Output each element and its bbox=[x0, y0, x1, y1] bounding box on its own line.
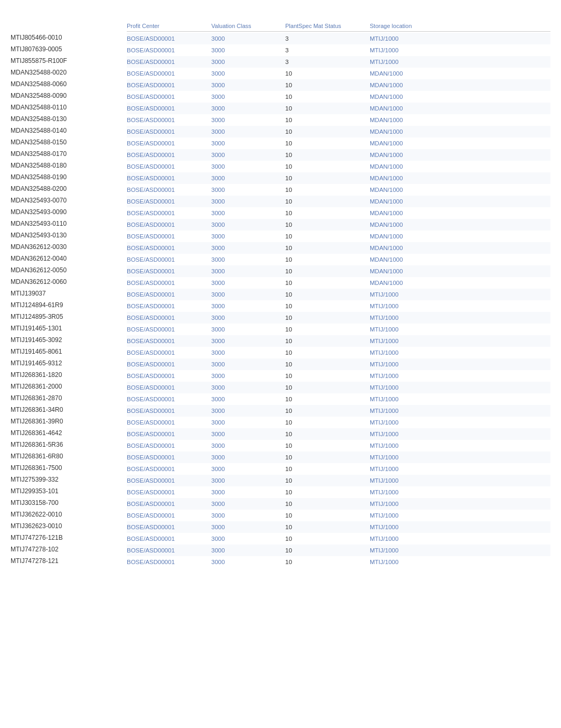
cell-storage: MTIJ/1000 bbox=[370, 501, 449, 507]
cell-valuation-class: 3000 bbox=[211, 82, 285, 88]
cell-valuation-class: 3000 bbox=[211, 338, 285, 344]
cell-profit-center: BOSE/ASD00001 bbox=[127, 152, 211, 158]
cell-profit-center: BOSE/ASD00001 bbox=[127, 396, 211, 402]
row-label: MTIJ805466-0010 bbox=[11, 32, 127, 43]
cell-valuation-class: 3000 bbox=[211, 396, 285, 402]
cell-valuation-class: 3000 bbox=[211, 70, 285, 77]
cell-plantspec: 10 bbox=[285, 373, 370, 379]
row-label: MDAN362612-0050 bbox=[11, 264, 127, 276]
table-row: BOSE/ASD00001300010MTIJ/1000 bbox=[127, 486, 550, 498]
table-row: BOSE/ASD00001300010MDAN/1000 bbox=[127, 79, 550, 91]
cell-profit-center: BOSE/ASD00001 bbox=[127, 338, 211, 344]
cell-storage: MTIJ/1000 bbox=[370, 489, 449, 495]
cell-profit-center: BOSE/ASD00001 bbox=[127, 35, 211, 42]
cell-storage: MTIJ/1000 bbox=[370, 431, 449, 437]
cell-profit-center: BOSE/ASD00001 bbox=[127, 349, 211, 356]
cell-storage: MTIJ/1000 bbox=[370, 466, 449, 472]
row-label: MDAN325488-0180 bbox=[11, 160, 127, 171]
cell-plantspec: 10 bbox=[285, 245, 370, 251]
cell-storage: MTIJ/1000 bbox=[370, 524, 449, 530]
cell-storage: MTIJ/1000 bbox=[370, 443, 449, 449]
cell-valuation-class: 3000 bbox=[211, 268, 285, 274]
cell-valuation-class: 3000 bbox=[211, 47, 285, 53]
table-row: BOSE/ASD00001300010MTIJ/1000 bbox=[127, 440, 550, 451]
cell-valuation-class: 3000 bbox=[211, 128, 285, 135]
cell-plantspec: 10 bbox=[285, 222, 370, 228]
row-label: MTIJ747276-121B bbox=[11, 532, 127, 543]
cell-profit-center: BOSE/ASD00001 bbox=[127, 419, 211, 426]
row-label: MTIJ747278-102 bbox=[11, 543, 127, 555]
table-row: BOSE/ASD0000130003MTIJ/1000 bbox=[127, 44, 550, 56]
cell-storage: MTIJ/1000 bbox=[370, 349, 449, 356]
cell-profit-center: BOSE/ASD00001 bbox=[127, 47, 211, 53]
row-label: MDAN325488-0200 bbox=[11, 183, 127, 195]
table-row: BOSE/ASD00001300010MTIJ/1000 bbox=[127, 521, 550, 533]
cell-plantspec: 10 bbox=[285, 291, 370, 298]
cell-plantspec: 10 bbox=[285, 268, 370, 274]
cell-storage: MDAN/1000 bbox=[370, 140, 449, 146]
table-row: BOSE/ASD00001300010MDAN/1000 bbox=[127, 172, 550, 184]
cell-profit-center: BOSE/ASD00001 bbox=[127, 187, 211, 193]
table-row: BOSE/ASD00001300010MTIJ/1000 bbox=[127, 300, 550, 312]
cell-valuation-class: 3000 bbox=[211, 501, 285, 507]
cell-valuation-class: 3000 bbox=[211, 466, 285, 472]
col-header-plantspec: PlantSpec Mat Status bbox=[285, 23, 370, 31]
cell-plantspec: 10 bbox=[285, 163, 370, 170]
cell-storage: MTIJ/1000 bbox=[370, 477, 449, 484]
cell-profit-center: BOSE/ASD00001 bbox=[127, 128, 211, 135]
table-row: BOSE/ASD00001300010MDAN/1000 bbox=[127, 254, 550, 265]
cell-storage: MDAN/1000 bbox=[370, 187, 449, 193]
table-row: BOSE/ASD00001300010MDAN/1000 bbox=[127, 219, 550, 231]
cell-storage: MDAN/1000 bbox=[370, 105, 449, 112]
cell-profit-center: BOSE/ASD00001 bbox=[127, 303, 211, 309]
table-row: BOSE/ASD00001300010MTIJ/1000 bbox=[127, 335, 550, 347]
cell-profit-center: BOSE/ASD00001 bbox=[127, 524, 211, 530]
cell-valuation-class: 3000 bbox=[211, 198, 285, 205]
data-rows-container: BOSE/ASD0000130003MTIJ/1000BOSE/ASD00001… bbox=[127, 33, 550, 568]
cell-storage: MDAN/1000 bbox=[370, 256, 449, 263]
cell-storage: MDAN/1000 bbox=[370, 222, 449, 228]
table-row: BOSE/ASD00001300010MTIJ/1000 bbox=[127, 347, 550, 358]
table-row: BOSE/ASD00001300010MTIJ/1000 bbox=[127, 510, 550, 521]
table-row: BOSE/ASD00001300010MDAN/1000 bbox=[127, 126, 550, 137]
cell-plantspec: 10 bbox=[285, 280, 370, 286]
row-label: MDAN325488-0140 bbox=[11, 125, 127, 136]
cell-storage: MTIJ/1000 bbox=[370, 408, 449, 414]
cell-valuation-class: 3000 bbox=[211, 349, 285, 356]
cell-plantspec: 10 bbox=[285, 256, 370, 263]
row-label: MTIJ362622-0010 bbox=[11, 509, 127, 520]
row-label: MTIJ268361-6R80 bbox=[11, 450, 127, 462]
cell-valuation-class: 3000 bbox=[211, 489, 285, 495]
cell-storage: MDAN/1000 bbox=[370, 175, 449, 181]
cell-profit-center: BOSE/ASD00001 bbox=[127, 256, 211, 263]
table-row: BOSE/ASD00001300010MTIJ/1000 bbox=[127, 475, 550, 486]
row-label: MTIJ268361-7500 bbox=[11, 462, 127, 474]
cell-profit-center: BOSE/ASD00001 bbox=[127, 326, 211, 333]
table-row: BOSE/ASD00001300010MTIJ/1000 bbox=[127, 312, 550, 324]
cell-storage: MTIJ/1000 bbox=[370, 396, 449, 402]
cell-profit-center: BOSE/ASD00001 bbox=[127, 163, 211, 170]
cell-valuation-class: 3000 bbox=[211, 408, 285, 414]
table-row: BOSE/ASD00001300010MDAN/1000 bbox=[127, 277, 550, 289]
cell-valuation-class: 3000 bbox=[211, 256, 285, 263]
cell-plantspec: 3 bbox=[285, 59, 370, 65]
cell-storage: MTIJ/1000 bbox=[370, 303, 449, 309]
cell-profit-center: BOSE/ASD00001 bbox=[127, 140, 211, 146]
cell-profit-center: BOSE/ASD00001 bbox=[127, 466, 211, 472]
row-label: MDAN325488-0130 bbox=[11, 113, 127, 125]
table-row: BOSE/ASD00001300010MTIJ/1000 bbox=[127, 324, 550, 335]
table-row: BOSE/ASD00001300010MDAN/1000 bbox=[127, 231, 550, 242]
cell-profit-center: BOSE/ASD00001 bbox=[127, 233, 211, 239]
cell-plantspec: 10 bbox=[285, 128, 370, 135]
cell-plantspec: 10 bbox=[285, 384, 370, 391]
table-row: BOSE/ASD00001300010MTIJ/1000 bbox=[127, 370, 550, 382]
right-column: Profit Center Valuation Class PlantSpec … bbox=[127, 16, 550, 568]
cell-valuation-class: 3000 bbox=[211, 512, 285, 519]
cell-valuation-class: 3000 bbox=[211, 175, 285, 181]
table-row: BOSE/ASD00001300010MTIJ/1000 bbox=[127, 417, 550, 428]
cell-profit-center: BOSE/ASD00001 bbox=[127, 373, 211, 379]
table-row: BOSE/ASD00001300010MDAN/1000 bbox=[127, 184, 550, 196]
left-column: MTIJ805466-0010MTIJ807639-0005MTIJ855875… bbox=[11, 16, 127, 568]
table-row: BOSE/ASD00001300010MDAN/1000 bbox=[127, 137, 550, 149]
cell-storage: MDAN/1000 bbox=[370, 198, 449, 205]
